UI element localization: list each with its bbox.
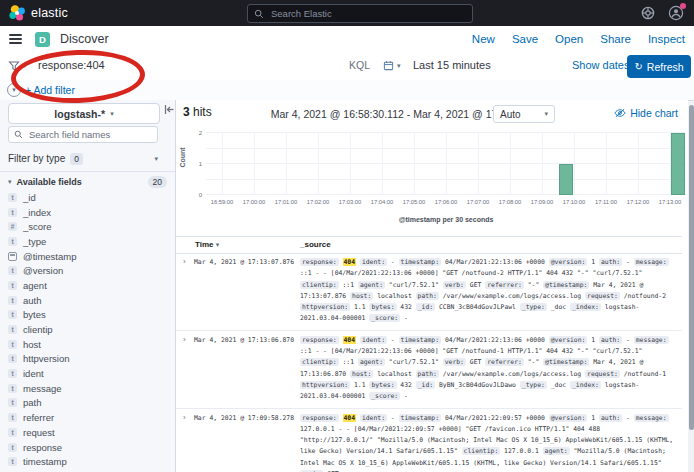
scrollbar-thumb[interactable] xyxy=(689,105,694,430)
appbar-action-save[interactable]: Save xyxy=(512,33,538,45)
datepicker-button[interactable]: ▾ xyxy=(383,60,401,71)
time-column-header[interactable]: Time ▾ xyxy=(195,240,219,249)
string-field-icon: t xyxy=(8,398,17,407)
search-icon xyxy=(254,9,264,19)
field-item-path[interactable]: tpath xyxy=(8,396,168,411)
field-name: _index xyxy=(23,207,51,218)
kql-toggle[interactable]: KQL xyxy=(349,59,370,71)
brand-text: elastic xyxy=(31,6,68,20)
field-item-response[interactable]: tresponse xyxy=(8,440,168,455)
time-range-label[interactable]: Last 15 minutes xyxy=(413,59,491,71)
index-pattern-select[interactable]: logstash-* ▾ xyxy=(8,103,160,124)
field-pill: _index: xyxy=(570,303,601,311)
field-search[interactable] xyxy=(8,126,158,143)
appbar-action-open[interactable]: Open xyxy=(555,33,583,45)
expand-row-icon[interactable]: › xyxy=(183,257,186,266)
global-search-input[interactable] xyxy=(269,7,443,20)
string-field-icon: t xyxy=(8,325,17,334)
field-item-@timestamp[interactable]: @timestamp xyxy=(8,249,168,264)
field-search-input[interactable] xyxy=(27,128,146,141)
menu-icon[interactable] xyxy=(9,34,22,44)
field-item-bytes[interactable]: tbytes xyxy=(8,308,168,323)
field-item-referrer[interactable]: treferrer xyxy=(8,410,168,425)
gridline xyxy=(222,133,223,195)
field-pill: httpversion: xyxy=(300,381,350,389)
available-fields-header[interactable]: ▾ Available fields 20 xyxy=(8,176,167,188)
filter-funnel-icon[interactable] xyxy=(8,60,20,72)
field-item-httpversion[interactable]: thttpversion xyxy=(8,352,168,367)
field-item-_score[interactable]: #_score xyxy=(8,219,168,234)
field-item-auth[interactable]: tauth xyxy=(8,293,168,308)
chevron-down-icon: ▾ xyxy=(110,110,114,118)
field-item-@version[interactable]: t@version xyxy=(8,263,168,278)
string-field-icon: t xyxy=(8,443,17,452)
plot-area[interactable]: 16:59:0017:00:0017:01:0017:02:0017:03:00… xyxy=(206,133,686,195)
field-name: request xyxy=(23,427,55,438)
field-item-message[interactable]: tmessage xyxy=(8,381,168,396)
x-tick-label: 17:06:00 xyxy=(435,199,458,205)
hits-count: 3 hits xyxy=(183,105,212,119)
highlighted-value: 404 xyxy=(343,258,357,266)
histogram-bar-17:13:00[interactable] xyxy=(671,133,685,195)
appbar-action-inspect[interactable]: Inspect xyxy=(648,33,685,45)
string-field-icon: t xyxy=(8,384,17,393)
table-row: ›Mar 4, 2021 @ 17:13:06.870response: 404… xyxy=(176,331,682,409)
field-item-agent[interactable]: tagent xyxy=(8,278,168,293)
string-field-icon: t xyxy=(8,457,17,466)
x-tick-label: 17:07:00 xyxy=(467,199,490,205)
histogram-bar-17:09:30[interactable] xyxy=(559,164,573,195)
field-pill: agent: xyxy=(358,358,385,366)
global-search[interactable] xyxy=(247,4,473,23)
expand-row-icon[interactable]: › xyxy=(183,335,186,344)
collapse-sidebar-icon[interactable] xyxy=(164,104,175,115)
field-name: path xyxy=(23,397,42,408)
y-axis-label: Count xyxy=(179,138,186,178)
field-name: _score xyxy=(23,221,52,232)
filter-count-badge: 0 xyxy=(70,153,83,165)
field-item-_type[interactable]: t_type xyxy=(8,234,168,249)
field-name: agent xyxy=(23,280,47,291)
x-tick-label: 17:02:00 xyxy=(307,199,330,205)
expand-row-icon[interactable]: › xyxy=(183,413,186,422)
hide-chart-link[interactable]: Hide chart xyxy=(614,107,678,119)
query-input[interactable]: response:404 xyxy=(38,59,105,71)
string-field-icon: t xyxy=(8,340,17,349)
refresh-button[interactable]: ↻ Refresh xyxy=(627,55,691,78)
elastic-brand[interactable]: elastic xyxy=(9,5,68,21)
field-item-_index[interactable]: t_index xyxy=(8,205,168,220)
gridline xyxy=(382,133,383,195)
filter-by-type[interactable]: Filter by type 0 ▾ xyxy=(8,150,158,167)
field-item-clientip[interactable]: tclientip xyxy=(8,322,168,337)
add-filter-link[interactable]: + Add filter xyxy=(25,84,75,96)
user-avatar[interactable] xyxy=(668,5,684,21)
field-pill: @version: xyxy=(549,336,588,344)
field-pill: @timestamp: xyxy=(543,358,589,366)
field-item-request[interactable]: trequest xyxy=(8,425,168,440)
saved-query-icon[interactable]: ▾ xyxy=(7,83,21,97)
scrollbar[interactable] xyxy=(688,101,694,472)
appbar-action-new[interactable]: New xyxy=(472,33,495,45)
query-menu-chevron-icon[interactable]: ▾ xyxy=(23,62,27,70)
field-item-ident[interactable]: tident xyxy=(8,366,168,381)
field-item-host[interactable]: thost xyxy=(8,337,168,352)
show-dates-link[interactable]: Show dates xyxy=(572,59,629,71)
x-tick-label: 17:11:00 xyxy=(595,199,617,205)
help-icon[interactable] xyxy=(641,6,655,20)
field-pill: clientip: xyxy=(300,358,339,366)
query-bar: ▾ response:404 KQL ▾ Last 15 minutes Sho… xyxy=(0,52,694,81)
main-content: 3 hits Mar 4, 2021 @ 16:58:30.112 - Mar … xyxy=(176,100,688,472)
field-item-_id[interactable]: t_id xyxy=(8,190,168,205)
field-pill: host: xyxy=(350,292,373,300)
field-pill: clientip: xyxy=(462,447,501,455)
appbar-action-share[interactable]: Share xyxy=(600,33,631,45)
field-pill: response: xyxy=(300,336,339,344)
available-fields-count: 20 xyxy=(148,176,167,188)
interval-select[interactable]: Auto ▾ xyxy=(493,105,555,123)
field-item-timestamp[interactable]: ttimestamp xyxy=(8,454,168,469)
field-pill: _type: xyxy=(520,381,547,389)
kibana-discover-app: elastic xyxy=(0,0,694,472)
x-tick-label: 17:00:00 xyxy=(243,199,266,205)
row-timestamp: Mar 4, 2021 @ 17:13:06.870 xyxy=(194,336,294,344)
string-field-icon: t xyxy=(8,193,17,202)
row-source: response: 404 ident: - timestamp: 04/Mar… xyxy=(300,257,676,325)
